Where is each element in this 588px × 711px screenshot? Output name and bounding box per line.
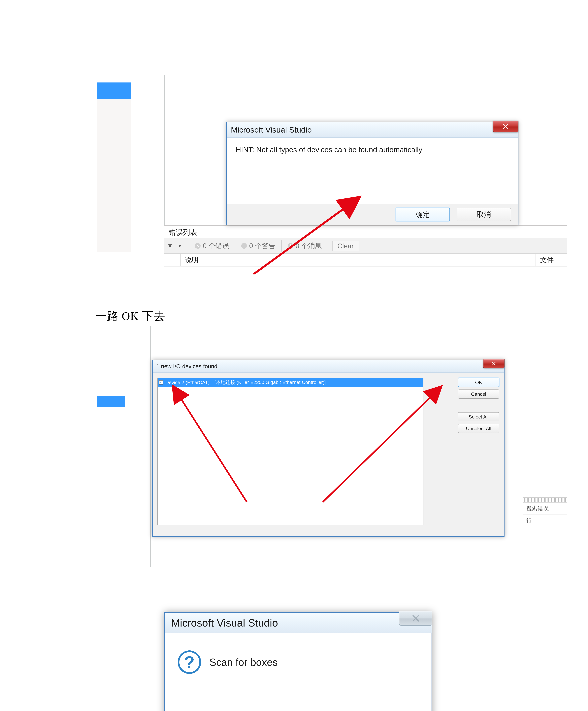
device-name: Device 2 (EtherCAT) bbox=[165, 380, 210, 385]
close-button-disabled bbox=[399, 611, 433, 626]
panel-drag-handle[interactable] bbox=[523, 497, 567, 502]
io-devices-dialog: 1 new I/O devices found ✓ Device 2 (Ethe… bbox=[152, 360, 504, 537]
dialog-message: Scan for boxes bbox=[209, 656, 278, 668]
splitter-vertical[interactable] bbox=[150, 326, 151, 567]
device-listbox[interactable]: ✓ Device 2 (EtherCAT) [本地连接 (Killer E220… bbox=[158, 378, 423, 525]
errors-toggle[interactable]: ×0 个错误 bbox=[193, 241, 231, 251]
error-icon: × bbox=[195, 243, 201, 249]
error-list-toolbar: ▼ ▾ ×0 个错误 !0 个警告 i0 个消息 Clear bbox=[164, 238, 567, 254]
close-button[interactable] bbox=[493, 121, 519, 132]
dialog-title: 1 new I/O devices found bbox=[156, 363, 217, 370]
dialog-title: Microsoft Visual Studio bbox=[231, 125, 312, 134]
unselect-all-button[interactable]: Unselect All bbox=[458, 424, 499, 433]
caption-text: 一路 OK 下去 bbox=[95, 308, 165, 324]
dialog-side-buttons: OK Cancel Select All Unselect All bbox=[458, 378, 499, 433]
hint-dialog: Microsoft Visual Studio HINT: Not all ty… bbox=[226, 122, 519, 225]
dialog-message: HINT: Not all types of devices can be fo… bbox=[227, 138, 518, 161]
close-icon bbox=[492, 362, 496, 366]
device-description: [本地连接 (Killer E2200 Gigabit Ethernet Con… bbox=[214, 379, 326, 386]
info-icon: i bbox=[288, 243, 293, 249]
dialog-titlebar[interactable]: Microsoft Visual Studio bbox=[165, 613, 432, 633]
warnings-count: 0 个警告 bbox=[249, 241, 275, 251]
dialog-titlebar[interactable]: 1 new I/O devices found bbox=[153, 360, 504, 373]
error-list-panel: 错误列表 ▼ ▾ ×0 个错误 !0 个警告 i0 个消息 Clear 说明 文… bbox=[164, 225, 567, 288]
dialog-title: Microsoft Visual Studio bbox=[171, 617, 278, 629]
dialog-titlebar[interactable]: Microsoft Visual Studio bbox=[227, 122, 518, 138]
warnings-toggle[interactable]: !0 个警告 bbox=[239, 241, 277, 251]
cancel-button[interactable]: Cancel bbox=[458, 389, 499, 398]
cancel-button[interactable]: 取消 bbox=[457, 208, 511, 221]
line-column-label[interactable]: 行 bbox=[523, 515, 567, 526]
filter-dropdown[interactable]: ▾ bbox=[175, 243, 184, 249]
error-list-title: 错误列表 bbox=[164, 226, 567, 238]
error-list-header: 说明 文件 bbox=[164, 254, 567, 266]
dialog-body: ? Scan for boxes bbox=[165, 633, 432, 674]
select-all-button[interactable]: Select All bbox=[458, 412, 499, 421]
separator bbox=[235, 240, 235, 252]
search-error-label: 搜索错误 bbox=[523, 502, 567, 515]
column-icon[interactable] bbox=[164, 254, 181, 266]
column-description[interactable]: 说明 bbox=[181, 255, 536, 264]
question-icon: ? bbox=[177, 650, 201, 674]
tree-selection-highlight bbox=[97, 395, 125, 407]
close-icon bbox=[412, 614, 420, 622]
warning-icon: ! bbox=[241, 243, 247, 249]
messages-toggle[interactable]: i0 个消息 bbox=[286, 241, 323, 251]
messages-count: 0 个消息 bbox=[296, 241, 322, 251]
filter-button[interactable]: ▼ bbox=[165, 243, 175, 249]
column-file[interactable]: 文件 bbox=[536, 254, 567, 266]
tree-panel-bg bbox=[97, 99, 131, 252]
close-button[interactable] bbox=[483, 359, 504, 368]
tree-selection-highlight bbox=[97, 83, 131, 99]
right-panel-fragment: 搜索错误 行 bbox=[523, 497, 567, 540]
clear-button[interactable]: Clear bbox=[332, 241, 359, 251]
dialog-button-row: 确定 取消 bbox=[227, 203, 518, 225]
chevron-down-icon: ▾ bbox=[177, 243, 183, 249]
separator bbox=[189, 240, 189, 252]
errors-count: 0 个错误 bbox=[203, 241, 229, 251]
close-icon bbox=[503, 123, 509, 130]
device-list-item[interactable]: ✓ Device 2 (EtherCAT) [本地连接 (Killer E220… bbox=[158, 378, 423, 387]
device-checkbox[interactable]: ✓ bbox=[159, 380, 164, 385]
ok-button[interactable]: 确定 bbox=[396, 208, 450, 221]
filter-icon: ▼ bbox=[166, 243, 173, 249]
scan-boxes-dialog: Microsoft Visual Studio ? Scan for boxes… bbox=[164, 612, 433, 711]
ok-button[interactable]: OK bbox=[458, 378, 499, 387]
